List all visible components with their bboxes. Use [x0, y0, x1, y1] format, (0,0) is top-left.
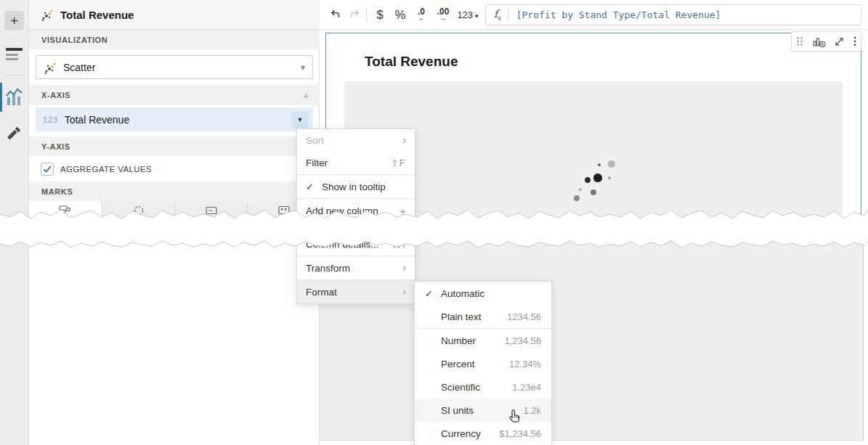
check-icon: ✓ [425, 288, 441, 299]
scatter-glyph-icon [44, 61, 57, 74]
format-example-value: 1.2k [516, 405, 541, 416]
viz-type-value: Scatter [63, 62, 95, 73]
menu-item-label: Add new column [306, 205, 378, 216]
scatter-point [579, 188, 582, 191]
increase-decimals-icon[interactable]: .00→ [432, 0, 454, 29]
menu-item-label: Percent [441, 359, 475, 370]
menu-item-plain-text[interactable]: Plain text1234.56 [415, 305, 551, 328]
format-example-value: 1,234.56 [497, 335, 541, 346]
percent-format-icon[interactable]: % [391, 0, 410, 29]
menu-item-currency[interactable]: Currency$1,234.56 [415, 422, 551, 445]
chevron-right-icon: › [395, 262, 406, 274]
rail-divider [6, 75, 23, 75]
section-label: MARKS [41, 187, 73, 196]
plus-icon: + [392, 205, 406, 216]
menu-item-label: Transform [306, 263, 350, 274]
menu-item-transform[interactable]: Transform› [297, 256, 415, 279]
menu-item-add-new-column[interactable]: Add new column+ [297, 199, 415, 222]
left-rail: + [0, 0, 29, 445]
section-y-axis: Y-AXIS [29, 136, 320, 156]
format-example-value: $1,234.56 [492, 428, 541, 439]
panel-header: Total Revenue [29, 0, 320, 30]
chart-plot-area [344, 81, 843, 221]
menu-item-label: Format [306, 287, 337, 298]
fx-icon: fx [494, 8, 501, 22]
menu-item-label: Automatic [441, 288, 484, 299]
format-example-value: 1234.56 [500, 311, 541, 322]
kebab-menu-icon[interactable] [853, 36, 856, 46]
menu-item-si-units[interactable]: SI units1.2k [415, 399, 551, 422]
cell-toolbar [791, 31, 861, 52]
marks-tab-strip [29, 201, 320, 225]
panel-title: Total Revenue [60, 9, 134, 21]
menu-item-label: Filter [306, 158, 328, 168]
x-axis-field[interactable]: 123 Total Revenue ▼ [36, 107, 313, 131]
scatter-point [608, 160, 615, 167]
menu-item-label: SI units [441, 405, 474, 416]
aggregate-checkbox[interactable] [41, 163, 54, 176]
chevron-right-icon: › [395, 134, 406, 146]
formula-divider [508, 9, 508, 21]
section-visualization: VISUALIZATION [29, 30, 320, 49]
add-chart-icon[interactable] [812, 36, 826, 48]
menu-item-label: Currency [441, 428, 481, 439]
menu-item-label: Number [441, 335, 476, 346]
format-example-value: 1.23e4 [505, 382, 541, 393]
section-label: X-AXIS [41, 91, 70, 99]
add-x-axis-icon[interactable]: + [303, 89, 309, 102]
active-tab-indicator [0, 83, 2, 112]
app-window: + [0, 0, 868, 445]
scatter-point [593, 173, 601, 181]
chart-icon[interactable] [6, 86, 23, 107]
visualization-type-dropdown[interactable]: Scatter ▾ [36, 55, 313, 79]
marks-tab-3[interactable] [174, 201, 247, 225]
menu-item-label: Sort [306, 135, 324, 146]
formula-text[interactable]: [Profit by Stand Type/Total Revenue] [516, 9, 721, 20]
brush-icon[interactable] [6, 122, 23, 141]
tooltip-box-icon [277, 204, 291, 225]
number-format-dropdown[interactable]: 123▾ [455, 0, 481, 29]
redo-icon[interactable] [346, 0, 365, 29]
menu-item-scientific[interactable]: Scientific1.23e4 [415, 375, 551, 399]
drag-handle-icon[interactable] [796, 36, 803, 46]
label-icon [205, 204, 218, 225]
number-type-badge: 123 [43, 115, 58, 124]
menu-item-label: Scientific [441, 382, 480, 393]
expand-icon[interactable] [834, 36, 845, 47]
section-marks: MARKS [29, 181, 320, 201]
x-field-name: Total Revenue [65, 114, 130, 126]
marks-tab-1[interactable] [29, 201, 102, 225]
menu-item-number[interactable]: Number1,234.56 [415, 329, 551, 352]
menu-item-label: Show in tooltip [322, 181, 386, 192]
menu-item-column-details[interactable]: Column details...⌘I [297, 232, 415, 256]
menu-item-automatic[interactable]: ✓Automatic [415, 282, 551, 305]
shortcut-label: ⌘I [385, 239, 406, 250]
decrease-decimals-icon[interactable]: .0← [411, 0, 431, 29]
section-label: VISUALIZATION [41, 36, 108, 44]
formula-bar[interactable]: fx [Profit by Stand Type/Total Revenue] [485, 4, 861, 25]
paint-roller-icon [59, 204, 72, 225]
number-format-label: 123 [457, 9, 473, 20]
field-menu-caret[interactable]: ▼ [291, 111, 309, 128]
shape-icon [132, 204, 145, 225]
currency-format-icon[interactable]: $ [370, 0, 389, 29]
column-context-menu: Sort›Filter⇧F✓Show in tooltipAdd new col… [296, 128, 415, 304]
check-icon: ✓ [306, 181, 322, 192]
scatter-glyph-icon [41, 8, 54, 21]
toolbar-divider [366, 7, 367, 22]
marks-tab-2[interactable] [102, 201, 174, 225]
format-toolbar: $ % .0← .00→ 123▾ fx [Profit by Stand Ty… [320, 0, 868, 30]
menu-hidden-gap [297, 222, 415, 232]
menu-item-format[interactable]: Format› [297, 280, 415, 303]
chevron-down-icon: ▾ [301, 62, 305, 73]
plus-icon[interactable]: + [4, 11, 24, 30]
menu-item-show-in-tooltip[interactable]: ✓Show in tooltip [297, 175, 415, 198]
aggregate-values-row: AGGREGATE VALUES [29, 156, 320, 181]
aggregate-label: AGGREGATE VALUES [60, 165, 152, 173]
menu-item-label: Plain text [441, 311, 482, 322]
menu-item-filter[interactable]: Filter⇧F [297, 151, 415, 174]
menu-item-percent[interactable]: Percent12.34% [415, 352, 551, 375]
undo-icon[interactable] [325, 0, 344, 29]
section-label: Y-AXIS [41, 142, 70, 151]
chart-title: Total Revenue [365, 54, 458, 70]
